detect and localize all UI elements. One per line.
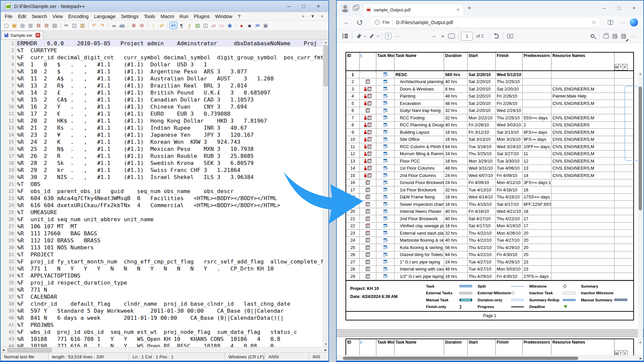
- zoom-in-icon[interactable]: ⊕: [130, 22, 138, 29]
- save-all-icon[interactable]: ▩: [27, 22, 34, 29]
- browser-menu-icon[interactable]: ···: [616, 19, 628, 25]
- close-document-icon[interactable]: ×: [318, 14, 326, 19]
- add-text-icon[interactable]: T: [385, 33, 391, 39]
- close-button[interactable]: ×: [627, 3, 641, 13]
- menu-window[interactable]: Window: [212, 13, 235, 20]
- maximize-button[interactable]: □: [296, 2, 311, 11]
- tab-close-icon[interactable]: ×: [456, 7, 460, 12]
- save-icon[interactable]: ▦: [19, 22, 26, 29]
- close-file-icon[interactable]: ⊠: [35, 22, 42, 29]
- zoom-out-icon[interactable]: –: [430, 32, 438, 41]
- open-file-icon[interactable]: ▣: [11, 22, 18, 29]
- macro-record-icon[interactable]: ●: [238, 22, 245, 29]
- annotation-more-icon[interactable]: ···: [391, 33, 403, 39]
- rotate-icon[interactable]: [492, 32, 501, 41]
- save-as-icon[interactable]: [619, 32, 628, 41]
- menu-plugins[interactable]: Plugins: [191, 13, 213, 20]
- editor-horizontal-scrollbar[interactable]: ◀ ▶: [1, 347, 328, 353]
- pdf-horizontal-scrollbar[interactable]: ▶: [337, 355, 643, 361]
- scroll-up-icon[interactable]: ▲: [323, 40, 328, 45]
- pdf-more-icon[interactable]: ···: [628, 33, 639, 39]
- fit-to-width-icon[interactable]: ↔: [447, 32, 456, 41]
- scroll-right-icon[interactable]: ▶: [640, 356, 642, 361]
- document-map-icon[interactable]: ▨: [194, 22, 201, 29]
- minimize-button[interactable]: –: [597, 3, 612, 13]
- scroll-down-icon[interactable]: ▼: [638, 341, 643, 345]
- favorite-star-icon[interactable]: ☆: [592, 19, 596, 25]
- copy-icon[interactable]: ◫: [71, 22, 78, 29]
- scroll-left-icon[interactable]: ◀: [1, 347, 6, 353]
- minimize-button[interactable]: –: [281, 2, 296, 11]
- show-all-characters-icon[interactable]: ¶: [178, 22, 185, 29]
- close-button[interactable]: ×: [311, 2, 326, 11]
- scroll-down-icon[interactable]: ▼: [323, 342, 328, 347]
- file-monitoring-icon[interactable]: ◉: [226, 22, 233, 29]
- document-list-icon[interactable]: ◫: [202, 22, 209, 29]
- menu-run[interactable]: Run: [177, 13, 191, 20]
- tab-group-icon[interactable]: [353, 5, 360, 11]
- address-input[interactable]: i File D:/Files/sample_Output.pdf ☆: [370, 17, 601, 28]
- split-screen-icon[interactable]: [608, 20, 613, 25]
- menu-settings[interactable]: Settings: [118, 13, 141, 20]
- highlighter-icon[interactable]: [355, 32, 363, 41]
- back-icon[interactable]: ←: [340, 19, 353, 26]
- pdf-viewport[interactable]: IDiTask ModeTask NameDurationStartFinish…: [337, 43, 643, 355]
- page-info-icon[interactable]: i: [375, 20, 380, 25]
- macro-stop-icon[interactable]: ■: [246, 22, 253, 29]
- cut-icon[interactable]: ✂: [63, 22, 70, 29]
- pdf-document-icon[interactable]: ▱: [210, 22, 217, 29]
- folder-as-workspace-icon[interactable]: ▭: [218, 22, 225, 29]
- editor-vertical-scrollbar[interactable]: ▲ ▼: [323, 40, 328, 347]
- refresh-icon[interactable]: [357, 20, 362, 25]
- zoom-in-icon[interactable]: +: [438, 32, 447, 41]
- draw-pen-icon[interactable]: [367, 32, 376, 41]
- save-icon[interactable]: [610, 32, 619, 41]
- redo-icon[interactable]: ↷: [99, 22, 106, 29]
- copilot-icon[interactable]: [630, 18, 638, 26]
- undo-icon[interactable]: ↶: [91, 22, 98, 29]
- page-number-input[interactable]: 1: [461, 32, 473, 41]
- menu-help[interactable]: ?: [235, 13, 243, 20]
- paste-icon[interactable]: ▥: [79, 22, 86, 29]
- menu-macro[interactable]: Macro: [158, 13, 177, 20]
- menu-edit[interactable]: Edit: [15, 13, 29, 20]
- close-all-icon[interactable]: ⊠: [43, 22, 50, 29]
- zoom-out-icon[interactable]: ⊖: [138, 22, 146, 29]
- new-tab-button[interactable]: +: [464, 5, 475, 12]
- function-list-icon[interactable]: ƒ: [186, 22, 193, 29]
- run-external-icon[interactable]: ▣: [262, 22, 269, 29]
- menu-file[interactable]: File: [2, 13, 15, 20]
- menu-search[interactable]: Search: [29, 13, 50, 20]
- macro-playback-icon[interactable]: ≫: [254, 22, 261, 29]
- find-icon[interactable]: ∞: [110, 22, 118, 29]
- new-tab-plus-icon[interactable]: +: [299, 14, 308, 19]
- scroll-up-icon[interactable]: ▲: [638, 72, 643, 76]
- tab-close-icon[interactable]: ✕: [36, 33, 40, 38]
- maximize-button[interactable]: □: [612, 3, 627, 13]
- print-icon[interactable]: [602, 32, 610, 41]
- menu-language[interactable]: Language: [91, 13, 118, 20]
- print-icon[interactable]: ▤: [51, 22, 58, 29]
- editor-text-area[interactable]: ERMHDR 6.0.0 2010-05-05 Project admin Ad…: [16, 40, 323, 347]
- pdf-vertical-scrollbar[interactable]: ▲ ▼: [638, 72, 643, 345]
- sync-vertical-scroll-icon[interactable]: ↕: [150, 22, 157, 29]
- profile-avatar[interactable]: [341, 4, 350, 12]
- menu-tools[interactable]: Tools: [141, 13, 158, 20]
- page-view-icon[interactable]: [506, 32, 515, 41]
- horizontal-scroll-thumb[interactable]: [343, 357, 578, 360]
- tab-sample-xer[interactable]: Sample.xer ✕: [1, 31, 43, 39]
- notepadpp-titlebar[interactable]: D:\Files\Sample.xer - Notepad++ –□×: [1, 1, 328, 12]
- menu-view[interactable]: View: [50, 13, 65, 20]
- table-of-contents-icon[interactable]: [341, 32, 350, 41]
- highlighter-chevron-icon[interactable]: [364, 34, 367, 37]
- vertical-scroll-thumb[interactable]: [324, 45, 328, 86]
- search-icon[interactable]: [588, 32, 597, 41]
- sync-horizontal-scroll-icon[interactable]: ⇄: [158, 22, 165, 29]
- scroll-right-icon[interactable]: ▶: [323, 347, 328, 353]
- menu-encoding[interactable]: Encoding: [66, 13, 91, 20]
- replace-icon[interactable]: ab: [118, 22, 126, 29]
- tab-sample-output-pdf[interactable]: sample_Output.pdf ×: [363, 4, 464, 15]
- horizontal-scroll-thumb[interactable]: [7, 348, 52, 352]
- new-file-icon[interactable]: ▢: [3, 22, 10, 29]
- pen-chevron-icon[interactable]: [376, 34, 380, 37]
